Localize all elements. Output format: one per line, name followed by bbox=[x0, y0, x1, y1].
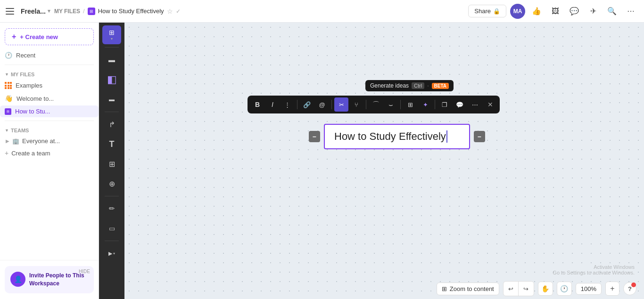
template-icon: ◧ bbox=[107, 73, 117, 86]
grid-icon: ⊞ bbox=[109, 160, 115, 169]
grid-format-button[interactable]: ⊞ bbox=[403, 97, 417, 112]
branch-button[interactable]: ⑂ bbox=[349, 97, 363, 112]
redo-button[interactable]: ↪ bbox=[519, 282, 534, 296]
zoom-to-content-button[interactable]: ⊞ Zoom to content bbox=[437, 283, 499, 295]
italic-button[interactable]: I bbox=[265, 97, 280, 112]
my-files-label: MY FILES bbox=[11, 72, 35, 77]
template-tool-button[interactable]: ◧ bbox=[102, 70, 121, 89]
left-handle-icon: – bbox=[313, 133, 316, 140]
invite-section: 👤 Invite People to This Workspace HIDE bbox=[0, 260, 99, 299]
close-toolbar-button[interactable]: ✕ bbox=[484, 98, 497, 111]
share-link-button[interactable]: ✈ bbox=[586, 4, 601, 19]
share-button[interactable]: Share 🔒 bbox=[468, 5, 506, 17]
sidebar-item-examples[interactable]: Examples bbox=[0, 80, 99, 91]
right-handle[interactable]: – bbox=[474, 131, 485, 142]
breadcrumb: MY FILES / ⊞ How to Study Effectively ☆ … bbox=[54, 8, 181, 15]
left-handle[interactable]: – bbox=[309, 131, 320, 142]
user-avatar[interactable]: MA bbox=[510, 4, 525, 19]
link-tool-button[interactable]: ⊕ bbox=[102, 174, 121, 193]
hide-invite-button[interactable]: HIDE bbox=[79, 269, 90, 274]
undo-redo-group: ↩ ↪ bbox=[503, 281, 534, 296]
cut-connector-button[interactable]: ✂ bbox=[334, 97, 348, 112]
more-options-button[interactable]: ⋯ bbox=[623, 4, 638, 19]
text-edit-box[interactable]: How to Study Effectively bbox=[324, 124, 470, 149]
search-button[interactable]: 🔍 bbox=[604, 4, 619, 19]
grid-tool-button[interactable]: ⊞ bbox=[102, 154, 121, 173]
workspace-name-label: Freela... bbox=[21, 8, 46, 15]
link-icon: ⊕ bbox=[109, 179, 115, 188]
cursor-mode-button[interactable]: ✋ bbox=[538, 282, 553, 296]
duplicate-button[interactable]: ❐ bbox=[438, 97, 452, 112]
tooltip-key: Ctrl bbox=[412, 82, 424, 89]
curve-2-button[interactable]: ⌣ bbox=[384, 97, 398, 112]
shape-text-tool-button[interactable]: ▬ bbox=[102, 50, 121, 69]
my-files-section-title: ▼ MY FILES bbox=[0, 68, 99, 79]
link-format-button[interactable]: 🔗 bbox=[300, 97, 314, 112]
play-icon: ▶ bbox=[108, 251, 112, 257]
create-team-plus-icon: + bbox=[5, 149, 8, 157]
frame-box-tool-button[interactable]: ▭ bbox=[102, 219, 121, 238]
generate-ideas-tooltip: Generate ideas Ctrl · BETA bbox=[365, 80, 454, 91]
history-button[interactable]: 🕐 bbox=[557, 282, 572, 296]
pencil-icon: ✏ bbox=[109, 204, 115, 213]
cursor-mode-icon: ✋ bbox=[541, 285, 549, 292]
breadcrumb-my-files[interactable]: MY FILES bbox=[54, 8, 80, 15]
play-tool-button[interactable]: ▶ ▾ bbox=[102, 244, 121, 263]
canvas-area[interactable]: Generate ideas Ctrl · BETA B I ⋮ 🔗 @ ✂ ⑂… bbox=[124, 23, 644, 299]
help-button[interactable]: ? bbox=[623, 282, 636, 295]
frame-box-icon: ▭ bbox=[109, 225, 115, 232]
tool-divider-1 bbox=[105, 47, 119, 48]
shape-text-icon: ▬ bbox=[108, 56, 115, 64]
frame-tool-button[interactable]: ⊞ ▾ bbox=[102, 25, 121, 44]
sidebar-item-welcome[interactable]: 👋 Welcome to... bbox=[0, 92, 99, 105]
bold-button[interactable]: B bbox=[250, 97, 264, 112]
like-button[interactable]: 👍 bbox=[529, 4, 544, 19]
comments-button[interactable]: 💬 bbox=[567, 4, 582, 19]
workspace-switcher[interactable]: Freela... ▾ bbox=[21, 8, 50, 15]
tooltip-beta: BETA bbox=[432, 83, 449, 89]
create-new-button[interactable]: + + Create new bbox=[5, 28, 94, 45]
help-icon: ? bbox=[628, 285, 632, 292]
favorite-star-icon[interactable]: ☆ bbox=[167, 8, 173, 15]
sidebar: + + Create new 🕐 Recent ▼ MY FILES Examp… bbox=[0, 23, 99, 299]
tool-divider-2 bbox=[105, 112, 119, 112]
play-expand-icon: ▾ bbox=[113, 251, 115, 256]
text-tool-button[interactable]: T bbox=[102, 135, 121, 154]
zoom-to-content-label: Zoom to content bbox=[450, 285, 494, 292]
present-button[interactable]: 🖼 bbox=[548, 4, 563, 19]
comment-button[interactable]: 💬 bbox=[453, 97, 467, 112]
header-left: Freela... ▾ MY FILES / ⊞ How to Study Ef… bbox=[6, 6, 464, 17]
text-area-tool-button[interactable]: ▬ bbox=[102, 90, 121, 109]
frame-chevron-icon: ▾ bbox=[111, 37, 113, 41]
recent-clock-icon: 🕐 bbox=[5, 52, 12, 59]
star-format-button[interactable]: ✦ bbox=[418, 97, 432, 112]
board-type-icon: ⊞ bbox=[5, 108, 11, 115]
create-team-button[interactable]: + Create a team bbox=[0, 147, 99, 159]
create-team-label: Create a team bbox=[11, 150, 50, 157]
history-icon: 🕐 bbox=[560, 285, 568, 292]
breadcrumb-separator: / bbox=[83, 8, 85, 15]
format-toolbar: B I ⋮ 🔗 @ ✂ ⑂ ⌒ ⌣ ⊞ ✦ ❐ 💬 ⋯ ✕ bbox=[248, 96, 500, 113]
teams-section-title: ▼ TEAMS bbox=[0, 124, 99, 135]
more-actions-button[interactable]: ⋯ bbox=[468, 97, 482, 112]
breadcrumb-file-name: How to Study Effectively bbox=[98, 8, 164, 15]
curve-1-button[interactable]: ⌒ bbox=[369, 97, 383, 112]
zoom-level-display[interactable]: 100% bbox=[576, 283, 602, 295]
team-icon: 🏢 bbox=[12, 138, 19, 145]
pencil-tool-button[interactable]: ✏ bbox=[102, 199, 121, 218]
undo-button[interactable]: ↩ bbox=[504, 282, 519, 296]
zoom-in-button[interactable]: + bbox=[605, 282, 619, 296]
mention-button[interactable]: @ bbox=[315, 97, 329, 112]
arrow-tool-button[interactable]: ↱ bbox=[102, 115, 121, 134]
more-format-button[interactable]: ⋮ bbox=[281, 97, 295, 112]
text-cursor bbox=[446, 130, 447, 143]
tool-divider-4 bbox=[105, 241, 119, 241]
header-right: Share 🔒 MA 👍 🖼 💬 ✈ 🔍 ⋯ bbox=[468, 4, 638, 19]
tooltip-dot: · bbox=[427, 82, 429, 89]
sidebar-item-how-to-study[interactable]: ⊞ How to Stu... bbox=[0, 105, 99, 117]
team-expand-arrow-icon: ▶ bbox=[6, 138, 9, 144]
sidebar-item-recent[interactable]: 🕐 Recent bbox=[0, 49, 99, 62]
hamburger-menu-icon[interactable] bbox=[6, 6, 17, 17]
text-icon: T bbox=[109, 139, 115, 149]
sidebar-item-team-everyone[interactable]: ▶ 🏢 Everyone at... bbox=[0, 135, 99, 147]
